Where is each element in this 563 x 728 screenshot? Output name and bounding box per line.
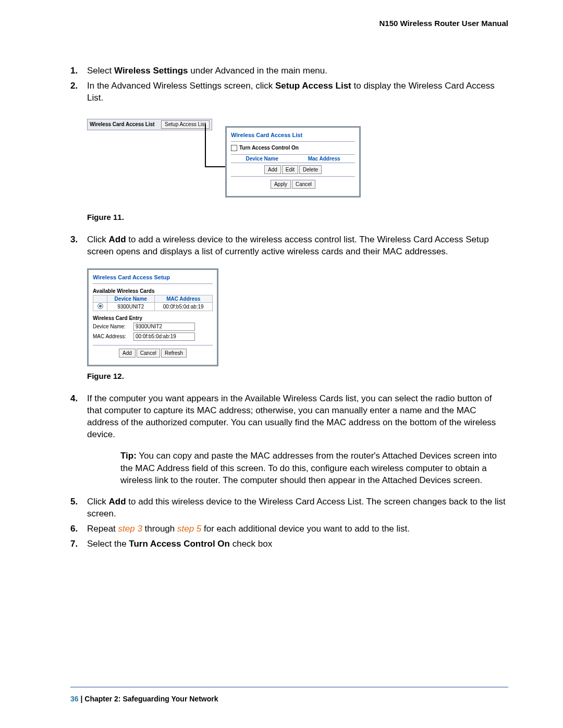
step-text: Click xyxy=(87,235,109,244)
chapter-title: Chapter 2: Safeguarding Your Network xyxy=(84,695,218,703)
table-row: 9300UNIT2 00:0f:b5:0d:ab:19 xyxy=(93,302,213,311)
available-cards-table: Device Name MAC Address 9300UNIT2 00:0f:… xyxy=(93,295,213,311)
figure-11-caption: Figure 11. xyxy=(87,213,508,221)
turn-access-control-checkbox[interactable] xyxy=(231,145,237,151)
step-text: through xyxy=(142,524,177,534)
table-header-row: Device Name MAC Address xyxy=(93,295,213,302)
step-text: for each additional device you want to a… xyxy=(201,524,410,534)
instruction-list: 3. Click Add to add a wireless device to… xyxy=(70,234,508,258)
row-buttons: Add Edit Delete xyxy=(231,165,355,174)
step-1: 1. Select Wireless Settings under Advanc… xyxy=(70,65,508,77)
tip-label: Tip: xyxy=(120,451,137,461)
cancel-button[interactable]: Cancel xyxy=(292,180,315,189)
step-2: 2. In the Advanced Wireless Settings scr… xyxy=(70,80,508,104)
figure-11: Wireless Card Access List Setup Access L… xyxy=(87,119,508,207)
col-mac-address: Mac Address xyxy=(308,156,340,162)
step-number: 1. xyxy=(70,65,78,77)
step-link[interactable]: step 3 xyxy=(118,524,142,534)
footer-buttons: Add Cancel Refresh xyxy=(93,349,213,357)
step-text: under Advanced in the main menu. xyxy=(188,66,327,76)
panel-title: Wireless Card Access List xyxy=(231,131,355,141)
col-device-name: Device Name xyxy=(246,156,278,162)
figure-12-caption: Figure 12. xyxy=(87,372,508,380)
step-text: If the computer you want appears in the … xyxy=(87,393,496,439)
step-number: 5. xyxy=(70,496,78,508)
step-text: In the Advanced Wireless Settings screen… xyxy=(87,81,275,91)
step-text: to add a wireless device to the wireless… xyxy=(87,235,489,256)
mac-address-label: MAC Address: xyxy=(93,334,133,339)
step-link[interactable]: step 5 xyxy=(177,524,201,534)
wireless-card-access-list-row: Wireless Card Access List Setup Access L… xyxy=(87,119,212,130)
setup-access-list-button[interactable]: Setup Access List xyxy=(161,120,210,129)
step-5: 5. Click Add to add this wireless device… xyxy=(70,496,508,520)
wcal-label: Wireless Card Access List xyxy=(90,121,155,127)
turn-access-control-checkbox-row: Turn Access Control On xyxy=(231,145,355,151)
mac-address-input[interactable]: 00:0f:b5:0d:ab:19 xyxy=(133,332,195,341)
divider xyxy=(231,176,355,177)
step-text: Select the xyxy=(87,539,129,549)
step-3: 3. Click Add to add a wireless device to… xyxy=(70,234,508,258)
footer-text: 36 | Chapter 2: Safeguarding Your Networ… xyxy=(70,695,508,703)
step-number: 7. xyxy=(70,538,78,550)
device-name-input[interactable]: 9300UNIT2 xyxy=(133,323,195,331)
refresh-button[interactable]: Refresh xyxy=(161,349,187,357)
step-number: 3. xyxy=(70,234,78,246)
add-button[interactable]: Add xyxy=(264,165,281,174)
page-footer: 36 | Chapter 2: Safeguarding Your Networ… xyxy=(70,687,508,703)
step-text: check box xyxy=(230,539,272,549)
step-7: 7. Select the Turn Access Control On che… xyxy=(70,538,508,550)
step-bold: Turn Access Control On xyxy=(129,539,230,549)
checkbox-label: Turn Access Control On xyxy=(239,145,299,151)
step-4: 4. If the computer you want appears in t… xyxy=(70,393,508,487)
device-name-label: Device Name: xyxy=(93,324,133,329)
divider xyxy=(93,283,213,284)
device-name-row: Device Name: 9300UNIT2 xyxy=(93,323,213,331)
apply-button[interactable]: Apply xyxy=(271,180,291,189)
col-mac-address: MAC Address xyxy=(154,295,213,302)
step-bold: Wireless Settings xyxy=(114,66,188,76)
step-number: 2. xyxy=(70,80,78,92)
footer-rule xyxy=(70,687,508,687)
add-button[interactable]: Add xyxy=(119,349,136,357)
wireless-card-entry-label: Wireless Card Entry xyxy=(93,315,213,321)
instruction-list: 1. Select Wireless Settings under Advanc… xyxy=(70,65,508,104)
page-number: 36 xyxy=(70,695,79,703)
step-text: Repeat xyxy=(87,524,118,534)
select-radio[interactable] xyxy=(97,303,103,309)
cell-device-name: 9300UNIT2 xyxy=(107,302,155,311)
step-bold: Add xyxy=(109,497,126,507)
footer-buttons: Apply Cancel xyxy=(231,180,355,189)
mac-address-row: MAC Address: 00:0f:b5:0d:ab:19 xyxy=(93,332,213,341)
step-bold: Add xyxy=(109,235,126,244)
delete-button[interactable]: Delete xyxy=(299,165,322,174)
cancel-button[interactable]: Cancel xyxy=(137,349,160,357)
instruction-list: 4. If the computer you want appears in t… xyxy=(70,393,508,550)
device-table-header: Device Name Mac Address xyxy=(231,154,355,163)
divider xyxy=(93,345,213,346)
footer-sep: | xyxy=(79,695,85,703)
step-6: 6. Repeat step 3 through step 5 for each… xyxy=(70,523,508,535)
tip-block: Tip: You can copy and paste the MAC addr… xyxy=(120,450,508,486)
col-device-name: Device Name xyxy=(107,295,155,302)
page-header-title: N150 Wireless Router User Manual xyxy=(70,19,508,28)
step-number: 6. xyxy=(70,523,78,535)
step-number: 4. xyxy=(70,393,78,405)
edit-button[interactable]: Edit xyxy=(282,165,298,174)
divider xyxy=(231,141,355,142)
document-page: N150 Wireless Router User Manual 1. Sele… xyxy=(0,0,563,728)
available-wireless-cards-label: Available Wireless Cards xyxy=(93,288,213,294)
step-bold: Setup Access List xyxy=(275,81,351,91)
figure-12-panel: Wireless Card Access Setup Available Wir… xyxy=(87,268,218,366)
step-text: Select xyxy=(87,66,114,76)
step-text: to add this wireless device to the Wirel… xyxy=(87,497,506,519)
panel-title: Wireless Card Access Setup xyxy=(93,273,213,283)
tip-text: You can copy and paste the MAC addresses… xyxy=(120,451,497,485)
step-text: Click xyxy=(87,497,109,507)
wireless-card-access-list-panel: Wireless Card Access List Turn Access Co… xyxy=(225,126,361,198)
cell-mac-address: 00:0f:b5:0d:ab:19 xyxy=(154,302,213,311)
